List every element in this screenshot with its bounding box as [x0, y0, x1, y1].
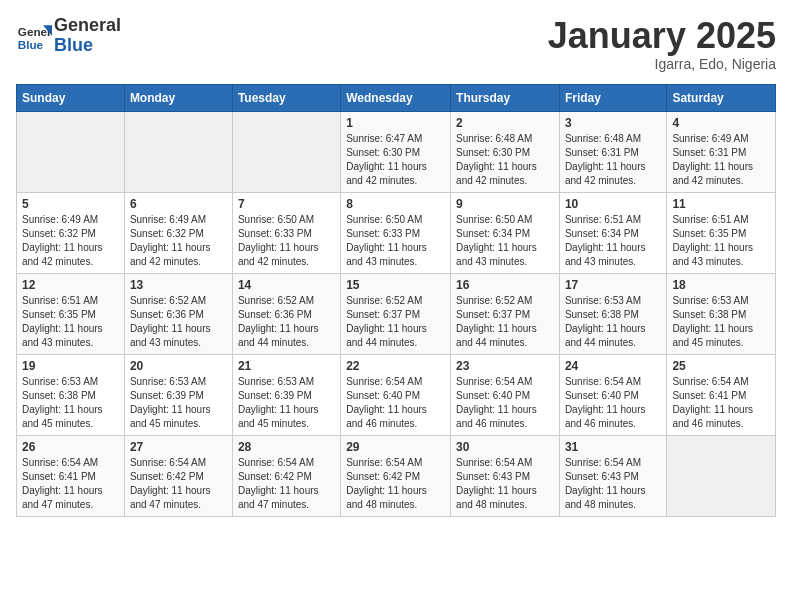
calendar-cell: 14Sunrise: 6:52 AM Sunset: 6:36 PM Dayli…	[232, 273, 340, 354]
day-info: Sunrise: 6:51 AM Sunset: 6:34 PM Dayligh…	[565, 213, 661, 269]
calendar-week-row: 12Sunrise: 6:51 AM Sunset: 6:35 PM Dayli…	[17, 273, 776, 354]
day-info: Sunrise: 6:47 AM Sunset: 6:30 PM Dayligh…	[346, 132, 445, 188]
calendar-cell: 20Sunrise: 6:53 AM Sunset: 6:39 PM Dayli…	[124, 354, 232, 435]
day-number: 1	[346, 116, 445, 130]
day-number: 5	[22, 197, 119, 211]
calendar-cell: 13Sunrise: 6:52 AM Sunset: 6:36 PM Dayli…	[124, 273, 232, 354]
svg-text:Blue: Blue	[18, 37, 44, 50]
calendar-cell: 19Sunrise: 6:53 AM Sunset: 6:38 PM Dayli…	[17, 354, 125, 435]
day-info: Sunrise: 6:53 AM Sunset: 6:39 PM Dayligh…	[238, 375, 335, 431]
day-number: 16	[456, 278, 554, 292]
day-info: Sunrise: 6:54 AM Sunset: 6:42 PM Dayligh…	[130, 456, 227, 512]
month-title: January 2025	[548, 16, 776, 56]
calendar-cell: 21Sunrise: 6:53 AM Sunset: 6:39 PM Dayli…	[232, 354, 340, 435]
day-info: Sunrise: 6:53 AM Sunset: 6:38 PM Dayligh…	[22, 375, 119, 431]
day-header-friday: Friday	[559, 84, 666, 111]
day-number: 26	[22, 440, 119, 454]
day-number: 10	[565, 197, 661, 211]
day-info: Sunrise: 6:54 AM Sunset: 6:40 PM Dayligh…	[565, 375, 661, 431]
day-number: 11	[672, 197, 770, 211]
logo: General Blue General Blue	[16, 16, 121, 56]
calendar-cell: 5Sunrise: 6:49 AM Sunset: 6:32 PM Daylig…	[17, 192, 125, 273]
day-number: 6	[130, 197, 227, 211]
calendar-cell: 27Sunrise: 6:54 AM Sunset: 6:42 PM Dayli…	[124, 435, 232, 516]
calendar-cell	[17, 111, 125, 192]
calendar-week-row: 1Sunrise: 6:47 AM Sunset: 6:30 PM Daylig…	[17, 111, 776, 192]
day-number: 12	[22, 278, 119, 292]
day-number: 17	[565, 278, 661, 292]
calendar-cell	[124, 111, 232, 192]
location-subtitle: Igarra, Edo, Nigeria	[548, 56, 776, 72]
calendar-cell: 30Sunrise: 6:54 AM Sunset: 6:43 PM Dayli…	[451, 435, 560, 516]
day-info: Sunrise: 6:54 AM Sunset: 6:43 PM Dayligh…	[565, 456, 661, 512]
day-number: 22	[346, 359, 445, 373]
day-info: Sunrise: 6:51 AM Sunset: 6:35 PM Dayligh…	[22, 294, 119, 350]
day-info: Sunrise: 6:49 AM Sunset: 6:31 PM Dayligh…	[672, 132, 770, 188]
day-number: 2	[456, 116, 554, 130]
day-info: Sunrise: 6:52 AM Sunset: 6:37 PM Dayligh…	[456, 294, 554, 350]
day-number: 24	[565, 359, 661, 373]
calendar-cell: 7Sunrise: 6:50 AM Sunset: 6:33 PM Daylig…	[232, 192, 340, 273]
calendar-cell: 10Sunrise: 6:51 AM Sunset: 6:34 PM Dayli…	[559, 192, 666, 273]
day-info: Sunrise: 6:52 AM Sunset: 6:36 PM Dayligh…	[238, 294, 335, 350]
calendar-cell: 18Sunrise: 6:53 AM Sunset: 6:38 PM Dayli…	[667, 273, 776, 354]
day-header-monday: Monday	[124, 84, 232, 111]
day-info: Sunrise: 6:54 AM Sunset: 6:40 PM Dayligh…	[456, 375, 554, 431]
day-number: 27	[130, 440, 227, 454]
day-number: 30	[456, 440, 554, 454]
day-info: Sunrise: 6:50 AM Sunset: 6:33 PM Dayligh…	[238, 213, 335, 269]
calendar-cell: 6Sunrise: 6:49 AM Sunset: 6:32 PM Daylig…	[124, 192, 232, 273]
calendar-cell: 29Sunrise: 6:54 AM Sunset: 6:42 PM Dayli…	[341, 435, 451, 516]
day-number: 18	[672, 278, 770, 292]
day-info: Sunrise: 6:54 AM Sunset: 6:42 PM Dayligh…	[238, 456, 335, 512]
day-info: Sunrise: 6:51 AM Sunset: 6:35 PM Dayligh…	[672, 213, 770, 269]
day-header-saturday: Saturday	[667, 84, 776, 111]
calendar-week-row: 26Sunrise: 6:54 AM Sunset: 6:41 PM Dayli…	[17, 435, 776, 516]
calendar-cell: 11Sunrise: 6:51 AM Sunset: 6:35 PM Dayli…	[667, 192, 776, 273]
calendar-cell: 22Sunrise: 6:54 AM Sunset: 6:40 PM Dayli…	[341, 354, 451, 435]
calendar-cell: 26Sunrise: 6:54 AM Sunset: 6:41 PM Dayli…	[17, 435, 125, 516]
day-info: Sunrise: 6:54 AM Sunset: 6:41 PM Dayligh…	[22, 456, 119, 512]
day-number: 9	[456, 197, 554, 211]
day-number: 19	[22, 359, 119, 373]
day-header-sunday: Sunday	[17, 84, 125, 111]
calendar-cell: 8Sunrise: 6:50 AM Sunset: 6:33 PM Daylig…	[341, 192, 451, 273]
calendar-cell: 4Sunrise: 6:49 AM Sunset: 6:31 PM Daylig…	[667, 111, 776, 192]
calendar-cell	[232, 111, 340, 192]
day-info: Sunrise: 6:54 AM Sunset: 6:41 PM Dayligh…	[672, 375, 770, 431]
calendar-cell: 12Sunrise: 6:51 AM Sunset: 6:35 PM Dayli…	[17, 273, 125, 354]
day-info: Sunrise: 6:54 AM Sunset: 6:43 PM Dayligh…	[456, 456, 554, 512]
day-info: Sunrise: 6:53 AM Sunset: 6:39 PM Dayligh…	[130, 375, 227, 431]
day-info: Sunrise: 6:54 AM Sunset: 6:42 PM Dayligh…	[346, 456, 445, 512]
day-info: Sunrise: 6:49 AM Sunset: 6:32 PM Dayligh…	[130, 213, 227, 269]
calendar-cell: 16Sunrise: 6:52 AM Sunset: 6:37 PM Dayli…	[451, 273, 560, 354]
logo-blue-text: Blue	[54, 35, 93, 55]
day-number: 20	[130, 359, 227, 373]
calendar-cell: 25Sunrise: 6:54 AM Sunset: 6:41 PM Dayli…	[667, 354, 776, 435]
calendar-cell: 15Sunrise: 6:52 AM Sunset: 6:37 PM Dayli…	[341, 273, 451, 354]
calendar-cell: 23Sunrise: 6:54 AM Sunset: 6:40 PM Dayli…	[451, 354, 560, 435]
calendar-cell: 3Sunrise: 6:48 AM Sunset: 6:31 PM Daylig…	[559, 111, 666, 192]
day-number: 21	[238, 359, 335, 373]
calendar-week-row: 19Sunrise: 6:53 AM Sunset: 6:38 PM Dayli…	[17, 354, 776, 435]
calendar-cell	[667, 435, 776, 516]
calendar-table: SundayMondayTuesdayWednesdayThursdayFrid…	[16, 84, 776, 517]
logo-general-text: General	[54, 15, 121, 35]
calendar-week-row: 5Sunrise: 6:49 AM Sunset: 6:32 PM Daylig…	[17, 192, 776, 273]
calendar-header-row: SundayMondayTuesdayWednesdayThursdayFrid…	[17, 84, 776, 111]
day-number: 15	[346, 278, 445, 292]
calendar-cell: 31Sunrise: 6:54 AM Sunset: 6:43 PM Dayli…	[559, 435, 666, 516]
calendar-cell: 24Sunrise: 6:54 AM Sunset: 6:40 PM Dayli…	[559, 354, 666, 435]
day-info: Sunrise: 6:48 AM Sunset: 6:30 PM Dayligh…	[456, 132, 554, 188]
calendar-cell: 28Sunrise: 6:54 AM Sunset: 6:42 PM Dayli…	[232, 435, 340, 516]
day-number: 8	[346, 197, 445, 211]
day-number: 29	[346, 440, 445, 454]
day-header-wednesday: Wednesday	[341, 84, 451, 111]
day-number: 7	[238, 197, 335, 211]
day-info: Sunrise: 6:52 AM Sunset: 6:37 PM Dayligh…	[346, 294, 445, 350]
day-info: Sunrise: 6:54 AM Sunset: 6:40 PM Dayligh…	[346, 375, 445, 431]
day-info: Sunrise: 6:50 AM Sunset: 6:33 PM Dayligh…	[346, 213, 445, 269]
day-info: Sunrise: 6:50 AM Sunset: 6:34 PM Dayligh…	[456, 213, 554, 269]
calendar-cell: 1Sunrise: 6:47 AM Sunset: 6:30 PM Daylig…	[341, 111, 451, 192]
day-number: 31	[565, 440, 661, 454]
